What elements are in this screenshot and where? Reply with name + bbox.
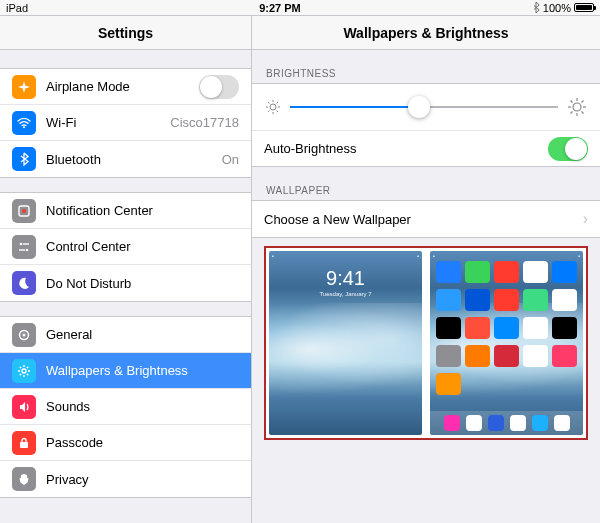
svg-line-34 — [581, 111, 583, 113]
sidebar-item-sounds[interactable]: Sounds — [0, 389, 251, 425]
sidebar-item-label: General — [46, 327, 239, 342]
sunlow-icon — [266, 100, 280, 114]
detail-title: Wallpapers & Brightness — [343, 25, 508, 41]
wallpapers-brightness-icon — [12, 359, 36, 383]
auto-brightness-row[interactable]: Auto-Brightness — [252, 130, 600, 166]
control-center-icon — [12, 235, 36, 259]
bluetooth-value: On — [222, 152, 239, 167]
sidebar-item-passcode[interactable]: Passcode — [0, 425, 251, 461]
dock-app-icon — [554, 415, 570, 431]
bluetooth-icon — [532, 2, 540, 13]
brightness-section-header: BRIGHTNESS — [252, 50, 600, 83]
battery-percent: 100% — [543, 2, 571, 14]
app-icon — [523, 261, 548, 283]
svg-point-0 — [23, 126, 25, 128]
sidebar-header: Settings — [0, 16, 251, 50]
svg-line-14 — [20, 366, 21, 367]
status-right: 100% — [532, 2, 594, 14]
homescreen-preview[interactable]: •• — [430, 251, 583, 435]
sidebar-item-label: Bluetooth — [46, 152, 222, 167]
preview-lock-time: 9:41 — [269, 267, 422, 290]
svg-rect-18 — [20, 442, 28, 448]
sidebar-title: Settings — [98, 25, 153, 41]
app-icon — [465, 345, 490, 367]
sidebar-item-label: Sounds — [46, 399, 239, 414]
choose-wallpaper-label: Choose a New Wallpaper — [264, 212, 583, 227]
sidebar-item-notification-center[interactable]: Notification Center — [0, 193, 251, 229]
sidebar-item-label: Do Not Disturb — [46, 276, 239, 291]
lockscreen-preview[interactable]: •• 9:41 Tuesday, January 7 — [269, 251, 422, 435]
battery-icon — [574, 3, 594, 12]
app-icon — [465, 289, 490, 311]
svg-point-5 — [26, 248, 29, 251]
sidebar-item-label: Wallpapers & Brightness — [46, 363, 239, 378]
preview-lock-date: Tuesday, January 7 — [269, 291, 422, 297]
svg-point-3 — [20, 242, 23, 245]
app-icon — [465, 317, 490, 339]
dock-app-icon — [532, 415, 548, 431]
detail-pane: Wallpapers & Brightness BRIGHTNESS — [252, 16, 600, 523]
device-label: iPad — [6, 2, 28, 14]
svg-rect-6 — [19, 249, 25, 250]
airplane-mode-icon — [12, 75, 36, 99]
dock-app-icon — [510, 415, 526, 431]
sidebar-item-general[interactable]: General — [0, 317, 251, 353]
brightness-block: Auto-Brightness — [252, 83, 600, 167]
app-icon — [436, 373, 461, 395]
app-icon — [436, 345, 461, 367]
sidebar-item-label: Control Center — [46, 239, 239, 254]
auto-brightness-switch[interactable] — [548, 137, 588, 161]
app-icon — [523, 317, 548, 339]
do-not-disturb-icon — [12, 271, 36, 295]
svg-point-19 — [270, 104, 276, 110]
app-icon — [552, 261, 577, 283]
app-icon — [436, 317, 461, 339]
svg-line-16 — [20, 373, 21, 374]
brightness-slider[interactable] — [290, 106, 558, 108]
app-icon — [465, 261, 490, 283]
sidebar-item-control-center[interactable]: Control Center — [0, 229, 251, 265]
sidebar-item-bluetooth[interactable]: BluetoothOn — [0, 141, 251, 177]
app-icon — [552, 289, 577, 311]
sunhigh-icon — [568, 98, 586, 116]
wallpaper-section-header: WALLPAPER — [252, 167, 600, 200]
choose-wallpaper-row[interactable]: Choose a New Wallpaper › — [252, 201, 600, 237]
app-icon — [494, 345, 519, 367]
settings-sidebar: Settings Airplane ModeWi-FiCisco17718Blu… — [0, 16, 252, 523]
svg-line-33 — [571, 101, 573, 103]
svg-line-36 — [581, 101, 583, 103]
sidebar-item-label: Privacy — [46, 472, 239, 487]
app-icon — [494, 289, 519, 311]
sidebar-item-do-not-disturb[interactable]: Do Not Disturb — [0, 265, 251, 301]
sidebar-item-label: Notification Center — [46, 203, 239, 218]
dock-app-icon — [444, 415, 460, 431]
sidebar-item-wifi[interactable]: Wi-FiCisco17718 — [0, 105, 251, 141]
svg-line-25 — [277, 111, 279, 113]
sidebar-item-airplane-mode[interactable]: Airplane Mode — [0, 69, 251, 105]
svg-line-15 — [27, 373, 28, 374]
sidebar-item-wallpapers-brightness[interactable]: Wallpapers & Brightness — [0, 353, 251, 389]
sounds-icon — [12, 395, 36, 419]
wallpaper-previews[interactable]: •• 9:41 Tuesday, January 7 •• — [264, 246, 588, 440]
privacy-icon — [12, 467, 36, 491]
app-icon — [494, 317, 519, 339]
app-icon — [552, 345, 577, 367]
notification-center-icon — [12, 199, 36, 223]
sidebar-item-privacy[interactable]: Privacy — [0, 461, 251, 497]
app-icon — [523, 345, 548, 367]
bluetooth-icon — [12, 147, 36, 171]
app-icon — [436, 261, 461, 283]
general-icon — [12, 323, 36, 347]
airplane-mode-switch[interactable] — [199, 75, 239, 99]
wifi-value: Cisco17718 — [170, 115, 239, 130]
slider-thumb[interactable] — [408, 96, 430, 118]
brightness-slider-row[interactable] — [252, 84, 600, 130]
sidebar-list: Airplane ModeWi-FiCisco17718BluetoothOnN… — [0, 50, 251, 523]
svg-line-26 — [268, 111, 270, 113]
dock-app-icon — [488, 415, 504, 431]
svg-point-28 — [573, 103, 581, 111]
chevron-right-icon: › — [583, 210, 588, 228]
auto-brightness-label: Auto-Brightness — [264, 141, 548, 156]
passcode-icon — [12, 431, 36, 455]
svg-rect-4 — [23, 243, 29, 244]
